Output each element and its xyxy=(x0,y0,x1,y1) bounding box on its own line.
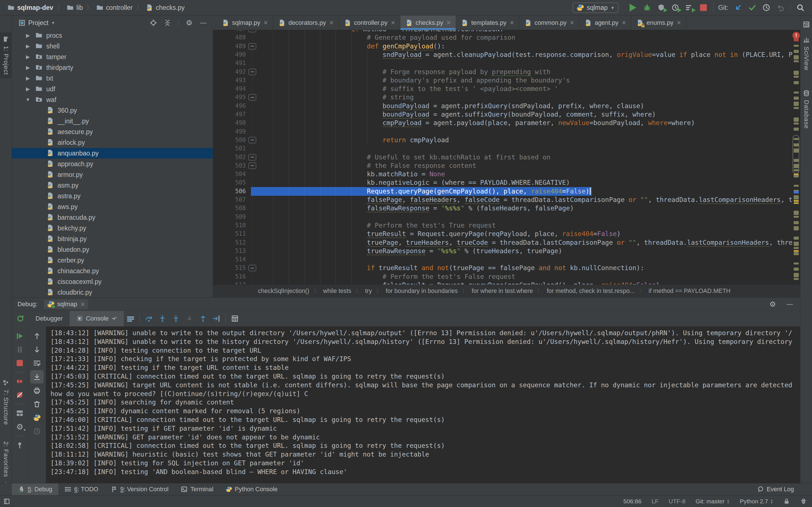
chevron-right-icon[interactable]: ▶ xyxy=(25,43,31,49)
tree-item[interactable]: bitninja.py xyxy=(12,233,213,244)
profiler-button[interactable] xyxy=(668,1,682,14)
editor-tab[interactable]: controller.py× xyxy=(339,15,400,30)
chevron-right-icon[interactable]: ▶ xyxy=(25,75,31,81)
debug-hide-icon[interactable]: — xyxy=(786,300,793,308)
console-history-icon[interactable] xyxy=(31,425,43,438)
editor-tab[interactable]: sqlmap.py× xyxy=(217,15,273,30)
tree-item[interactable]: bluedon.py xyxy=(12,244,213,255)
toolwindow-button-todo[interactable]: 6: TODO xyxy=(58,483,104,495)
stop-icon[interactable] xyxy=(13,356,26,370)
soft-wrap-icon[interactable] xyxy=(31,356,43,370)
tab-console[interactable]: Console xyxy=(70,311,124,326)
breadcrumb-item[interactable]: lib xyxy=(66,4,83,11)
breadcrumb-item[interactable]: sqlmap-dev xyxy=(7,4,53,11)
tree-item[interactable]: ▼waf xyxy=(12,94,213,105)
close-icon[interactable]: × xyxy=(81,301,85,308)
chevron-right-icon[interactable]: ▶ xyxy=(25,64,31,71)
debug-session-tab[interactable]: sqlmap × xyxy=(44,299,88,309)
tree-item[interactable]: asm.py xyxy=(12,180,213,191)
tree-item[interactable]: ▶udf xyxy=(12,83,213,94)
tree-item[interactable]: ciscoacexml.py xyxy=(12,276,213,287)
run-with-coverage-button[interactable] xyxy=(654,1,668,14)
chevron-right-icon[interactable]: ▶ xyxy=(25,33,31,39)
tree-item[interactable]: aesecure.py xyxy=(12,126,213,137)
resume-icon[interactable] xyxy=(13,329,26,343)
caret-position[interactable]: 506:86 xyxy=(623,498,642,505)
restore-layout-icon[interactable] xyxy=(13,406,26,420)
up-stack-icon[interactable] xyxy=(31,329,43,343)
toolwindow-button-version-control[interactable]: 9: Version Control xyxy=(105,483,175,495)
close-tab-icon[interactable]: × xyxy=(570,19,574,26)
view-breakpoints-icon[interactable] xyxy=(13,375,26,388)
tree-item[interactable]: aws.py xyxy=(12,202,213,212)
code-breadcrumb-item[interactable]: try xyxy=(365,288,372,295)
rollback-button[interactable] xyxy=(773,1,788,14)
chevron-down-icon[interactable]: ▼ xyxy=(51,20,55,25)
vcs-commit-button[interactable] xyxy=(745,1,759,14)
tree-item[interactable]: ▶tamper xyxy=(12,52,213,62)
toolwindow-stripe-database[interactable]: Database xyxy=(801,87,812,132)
rerun-icon[interactable] xyxy=(12,311,29,326)
debug-console-output[interactable]: [18:43:12] [WARNING] unable to write to … xyxy=(46,327,800,483)
toolwindow-stripe-project[interactable]: 1: Project xyxy=(0,33,12,78)
chevron-right-icon[interactable]: ▶ xyxy=(25,54,31,60)
force-step-into-icon[interactable] xyxy=(169,311,183,326)
close-tab-icon[interactable]: × xyxy=(510,19,514,26)
close-tab-icon[interactable]: × xyxy=(447,19,451,26)
pause-icon[interactable] xyxy=(13,343,26,356)
tree-item[interactable]: airlock.py xyxy=(12,137,213,148)
toolwindow-toggle-icon[interactable] xyxy=(3,498,10,505)
error-stripe[interactable]: ! xyxy=(792,30,800,284)
down-stack-icon[interactable] xyxy=(31,343,43,356)
scrollbar-thumb[interactable] xyxy=(793,135,799,174)
editor-tab[interactable]: checks.py× xyxy=(400,15,456,30)
tree-item[interactable]: __init__.py xyxy=(12,116,213,126)
tree-item[interactable]: ▶procs xyxy=(12,30,213,41)
git-branch-widget[interactable]: Git: master ▲▼ xyxy=(696,498,730,505)
editor-tab[interactable]: agent.py× xyxy=(579,15,631,30)
mute-breakpoints-icon[interactable] xyxy=(13,388,26,402)
pin-icon[interactable] xyxy=(13,438,26,452)
hector-inspections-icon[interactable] xyxy=(800,498,807,505)
close-tab-icon[interactable]: × xyxy=(264,19,268,26)
run-button[interactable] xyxy=(626,1,640,14)
tree-item[interactable]: barracuda.py xyxy=(12,212,213,223)
toolwindow-button-debug[interactable]: 5: Debug xyxy=(12,483,58,495)
tree-item[interactable]: 360.py xyxy=(12,105,213,116)
code-breadcrumb-item[interactable]: while tests xyxy=(323,288,351,295)
code-breadcrumb-item[interactable]: for where in test.where xyxy=(472,288,533,295)
toolwindow-stripe-sciview[interactable]: SciView xyxy=(801,33,812,74)
readonly-lock-icon[interactable] xyxy=(783,498,790,505)
history-button[interactable] xyxy=(759,1,773,14)
close-tab-icon[interactable]: × xyxy=(391,19,395,26)
debug-settings-gear-icon[interactable]: ⚙ xyxy=(769,300,776,309)
hide-tabs-icon[interactable] xyxy=(801,18,812,31)
toolwindow-button-python-console[interactable]: Python Console xyxy=(220,483,284,495)
collapse-all-icon[interactable] xyxy=(161,17,174,28)
toolwindow-stripe-structure[interactable]: 7: Structure xyxy=(0,376,12,429)
close-tab-icon[interactable]: × xyxy=(622,19,626,26)
close-tab-icon[interactable]: × xyxy=(677,19,681,26)
breadcrumb-item[interactable]: checks.py xyxy=(146,4,185,11)
tree-item[interactable]: cloudbric.py xyxy=(12,287,213,297)
editor-tab[interactable]: decorators.py× xyxy=(273,15,339,30)
run-configurations-button[interactable] xyxy=(682,1,696,14)
tree-item[interactable]: anquanbao.py xyxy=(12,148,213,159)
line-separator[interactable]: LF xyxy=(652,498,659,505)
scroll-to-end-icon[interactable] xyxy=(31,371,43,383)
tree-item[interactable]: armor.py xyxy=(12,169,213,180)
close-tab-icon[interactable]: × xyxy=(329,19,334,26)
tree-item[interactable]: approach.py xyxy=(12,159,213,169)
tree-item[interactable]: ▶thirdparty xyxy=(12,62,213,73)
settings-gear-icon[interactable]: ⚙ xyxy=(183,17,195,28)
drop-frame-icon[interactable] xyxy=(183,311,196,326)
code-breadcrumb-item[interactable]: checkSqlInjection() xyxy=(258,288,309,295)
tree-item[interactable]: ▶txt xyxy=(12,73,213,83)
chevron-right-icon[interactable]: ▶ xyxy=(25,86,31,92)
editor-tab[interactable]: templates.py× xyxy=(456,15,519,30)
evaluate-expression-icon[interactable] xyxy=(228,311,242,326)
step-out-icon[interactable] xyxy=(196,311,210,326)
run-config-selector[interactable]: sqlmap ▼ xyxy=(573,3,619,13)
code-editor[interactable]: 4874884894904914924934944954964974984995… xyxy=(213,30,800,284)
hide-panel-icon[interactable]: — xyxy=(197,17,209,28)
